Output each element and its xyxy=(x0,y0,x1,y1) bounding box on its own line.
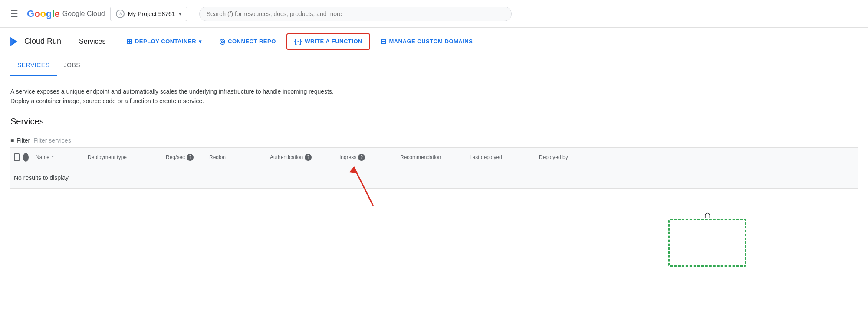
authentication-column-header: Authentication ? xyxy=(266,154,336,161)
cloud-run-nav: Cloud Run Services ⊞ DEPLOY CONTAINER ▾ … xyxy=(0,28,868,55)
region-column-header: Region xyxy=(206,154,266,160)
project-name: My Project 58761 xyxy=(128,10,175,17)
write-function-button[interactable]: {·} WRITE A FUNCTION xyxy=(286,33,370,50)
dropdown-arrow-icon: ▾ xyxy=(179,11,181,17)
google-cloud-logo: Google Google Cloud xyxy=(27,8,105,20)
arch-symbol: ∩ xyxy=(704,208,712,221)
services-nav-label: Services xyxy=(79,38,105,46)
name-column-header: Name ↑ xyxy=(32,154,84,161)
select-all-checkbox[interactable] xyxy=(14,153,20,161)
cloud-run-logo: Cloud Run xyxy=(7,35,70,49)
cloud-text: Google Cloud xyxy=(62,10,105,18)
last-deployed-column-header: Last deployed xyxy=(466,154,536,160)
filter-placeholder[interactable]: Filter services xyxy=(33,137,71,144)
top-nav: ☰ Google Google Cloud ⊙ My Project 58761… xyxy=(0,0,868,28)
tab-jobs[interactable]: JOBS xyxy=(57,55,88,76)
domains-icon: ⊟ xyxy=(381,37,387,46)
authentication-help-icon[interactable]: ? xyxy=(305,154,312,161)
ingress-column-header: Ingress ? xyxy=(336,154,397,161)
ingress-help-icon[interactable]: ? xyxy=(358,154,365,161)
status-indicator xyxy=(23,153,29,162)
annotation-container: ∩ xyxy=(0,189,868,275)
deploy-dropdown-icon: ▾ xyxy=(199,39,202,45)
filter-icon: ≡ xyxy=(10,137,14,144)
project-icon: ⊙ xyxy=(116,10,125,18)
checkbox-column-header xyxy=(10,153,32,162)
connect-repo-button[interactable]: ◎ CONNECT REPO xyxy=(212,34,283,49)
deploy-container-button[interactable]: ⊞ DEPLOY CONTAINER ▾ xyxy=(119,34,208,49)
hamburger-icon[interactable]: ☰ xyxy=(7,5,22,23)
manage-custom-domains-button[interactable]: ⊟ MANAGE CUSTOM DOMAINS xyxy=(374,34,480,49)
function-icon: {·} xyxy=(294,38,302,46)
cloud-run-title: Cloud Run xyxy=(24,37,61,46)
table-header: Name ↑ Deployment type Req/sec ? Region … xyxy=(10,148,858,167)
deployed-by-column-header: Deployed by xyxy=(536,154,596,160)
filter-button[interactable]: ≡ Filter xyxy=(10,137,30,144)
search-bar xyxy=(199,7,854,21)
deploy-icon: ⊞ xyxy=(126,37,132,46)
main-content: A service exposes a unique endpoint and … xyxy=(0,76,868,189)
services-table: Name ↑ Deployment type Req/sec ? Region … xyxy=(10,148,858,189)
req-sec-column-header: Req/sec ? xyxy=(162,154,206,161)
req-sec-help-icon[interactable]: ? xyxy=(187,154,194,161)
github-icon: ◎ xyxy=(219,37,226,46)
green-dashed-box: ∩ xyxy=(668,219,746,267)
name-sort-icon[interactable]: ↑ xyxy=(51,154,54,161)
tabs-bar: SERVICES JOBS xyxy=(0,55,868,76)
description-line1: A service exposes a unique endpoint and … xyxy=(10,87,858,96)
nav-actions: ⊞ DEPLOY CONTAINER ▾ ◎ CONNECT REPO {·} … xyxy=(119,33,480,50)
no-results-row: No results to display xyxy=(10,167,858,189)
description-line2: Deploy a container image, source code or… xyxy=(10,96,858,106)
cloud-run-icon xyxy=(7,35,21,49)
deployment-type-column-header: Deployment type xyxy=(84,154,162,160)
filter-label: Filter xyxy=(16,137,30,144)
tab-services[interactable]: SERVICES xyxy=(10,55,57,76)
section-title: Services xyxy=(10,117,858,127)
search-input[interactable] xyxy=(199,7,512,21)
filter-bar: ≡ Filter Filter services xyxy=(10,133,858,148)
recommendation-column-header: Recommendation xyxy=(397,154,466,160)
project-selector[interactable]: ⊙ My Project 58761 ▾ xyxy=(110,7,187,21)
description: A service exposes a unique endpoint and … xyxy=(10,87,858,106)
